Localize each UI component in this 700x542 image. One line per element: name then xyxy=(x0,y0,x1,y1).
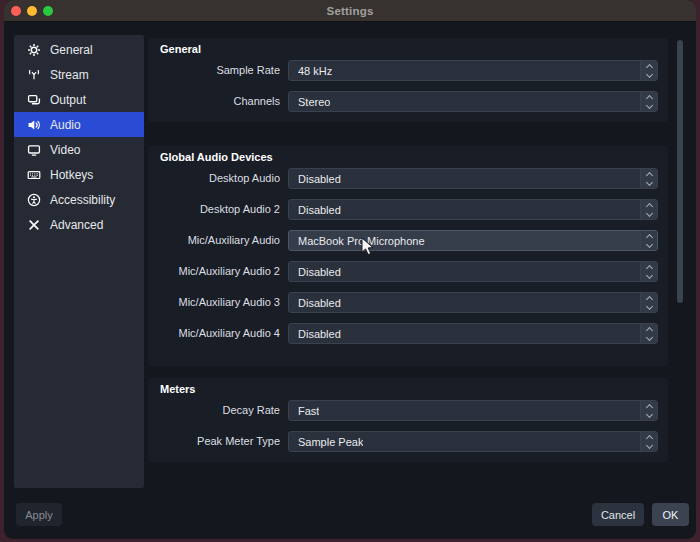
stepper[interactable] xyxy=(640,293,657,312)
gear-icon xyxy=(27,43,41,57)
keyboard-icon xyxy=(27,168,41,182)
sidebar-item-label: Audio xyxy=(50,118,81,132)
decay-rate-select[interactable]: Fast xyxy=(288,400,658,421)
setting-row: Peak Meter Type Sample Peak xyxy=(148,431,668,452)
stepper[interactable] xyxy=(640,169,657,188)
sidebar-item-video[interactable]: Video xyxy=(14,137,144,162)
chevron-down-icon xyxy=(645,240,652,247)
setting-row: Channels Stereo xyxy=(148,91,668,112)
settings-sidebar: General Stream Output Audio Video xyxy=(14,35,144,488)
speaker-icon xyxy=(27,118,41,132)
selected-value: Disabled xyxy=(289,204,341,216)
sidebar-item-label: Hotkeys xyxy=(50,168,93,182)
selected-value: Disabled xyxy=(289,173,341,185)
chevron-down-icon xyxy=(645,333,652,340)
stepper[interactable] xyxy=(640,262,657,281)
setting-row: Mic/Auxiliary Audio 2 Disabled xyxy=(148,261,668,282)
stepper[interactable] xyxy=(640,61,657,80)
tools-icon xyxy=(27,218,41,232)
stepper[interactable] xyxy=(640,92,657,111)
chevron-down-icon xyxy=(645,101,652,108)
selected-value: Fast xyxy=(289,405,319,417)
output-icon xyxy=(27,93,41,107)
sidebar-item-label: Advanced xyxy=(50,218,103,232)
setting-row: Mic/Auxiliary Audio 4 Disabled xyxy=(148,323,668,344)
ok-button[interactable]: OK xyxy=(652,503,689,526)
section-global-audio-devices: Global Audio Devices Desktop Audio Disab… xyxy=(148,146,668,366)
channels-select[interactable]: Stereo xyxy=(288,91,658,112)
mic-auxiliary-audio-3-select[interactable]: Disabled xyxy=(288,292,658,313)
selected-value: MacBook Pro Microphone xyxy=(289,235,425,247)
broadcast-icon xyxy=(27,68,41,82)
setting-label: Desktop Audio 2 xyxy=(148,199,280,220)
sidebar-item-label: Accessibility xyxy=(50,193,115,207)
section-meters: Meters Decay Rate Fast Peak Meter Type S… xyxy=(148,378,668,462)
setting-row: Mic/Auxiliary Audio 3 Disabled xyxy=(148,292,668,313)
stepper[interactable] xyxy=(640,432,657,451)
sidebar-item-accessibility[interactable]: Accessibility xyxy=(14,187,144,212)
setting-label: Sample Rate xyxy=(148,60,280,81)
close-window-button[interactable] xyxy=(11,6,21,16)
sidebar-item-advanced[interactable]: Advanced xyxy=(14,212,144,237)
mic-auxiliary-audio-4-select[interactable]: Disabled xyxy=(288,323,658,344)
chevron-down-icon xyxy=(645,209,652,216)
selected-value: Sample Peak xyxy=(289,436,363,448)
section-title: Global Audio Devices xyxy=(160,151,273,163)
selected-value: 48 kHz xyxy=(289,65,332,77)
chevron-down-icon xyxy=(645,271,652,278)
traffic-lights xyxy=(11,6,53,16)
stepper[interactable] xyxy=(640,401,657,420)
section-title: General xyxy=(160,43,201,55)
cancel-button[interactable]: Cancel xyxy=(592,503,644,526)
mic-auxiliary-audio-select[interactable]: MacBook Pro Microphone xyxy=(288,230,658,251)
setting-row: Desktop Audio 2 Disabled xyxy=(148,199,668,220)
sidebar-item-label: Output xyxy=(50,93,86,107)
setting-label: Channels xyxy=(148,91,280,112)
settings-window: Settings General Stream Output Audio xyxy=(4,0,696,539)
setting-label: Mic/Auxiliary Audio 4 xyxy=(148,323,280,344)
selected-value: Stereo xyxy=(289,96,330,108)
peak-meter-type-select[interactable]: Sample Peak xyxy=(288,431,658,452)
setting-label: Decay Rate xyxy=(148,400,280,421)
sample-rate-select[interactable]: 48 kHz xyxy=(288,60,658,81)
scrollbar-thumb[interactable] xyxy=(677,40,683,303)
sidebar-item-label: Stream xyxy=(50,68,89,82)
chevron-down-icon xyxy=(645,302,652,309)
sidebar-item-label: General xyxy=(50,43,93,57)
sidebar-item-stream[interactable]: Stream xyxy=(14,62,144,87)
setting-label: Peak Meter Type xyxy=(148,431,280,452)
desktop-audio-2-select[interactable]: Disabled xyxy=(288,199,658,220)
window-title: Settings xyxy=(327,5,374,17)
chevron-down-icon xyxy=(645,178,652,185)
setting-row: Desktop Audio Disabled xyxy=(148,168,668,189)
section-title: Meters xyxy=(160,383,195,395)
minimize-window-button[interactable] xyxy=(27,6,37,16)
chevron-down-icon xyxy=(645,410,652,417)
setting-row: Mic/Auxiliary Audio MacBook Pro Micropho… xyxy=(148,230,668,251)
titlebar[interactable]: Settings xyxy=(4,0,696,22)
sidebar-item-general[interactable]: General xyxy=(14,37,144,62)
setting-label: Mic/Auxiliary Audio 2 xyxy=(148,261,280,282)
chevron-down-icon xyxy=(645,441,652,448)
stepper[interactable] xyxy=(640,231,657,250)
sidebar-item-hotkeys[interactable]: Hotkeys xyxy=(14,162,144,187)
desktop-audio-select[interactable]: Disabled xyxy=(288,168,658,189)
sidebar-item-output[interactable]: Output xyxy=(14,87,144,112)
selected-value: Disabled xyxy=(289,328,341,340)
zoom-window-button[interactable] xyxy=(43,6,53,16)
setting-label: Mic/Auxiliary Audio 3 xyxy=(148,292,280,313)
setting-label: Mic/Auxiliary Audio xyxy=(148,230,280,251)
setting-label: Desktop Audio xyxy=(148,168,280,189)
selected-value: Disabled xyxy=(289,297,341,309)
chevron-down-icon xyxy=(645,70,652,77)
setting-row: Sample Rate 48 kHz xyxy=(148,60,668,81)
apply-button[interactable]: Apply xyxy=(16,503,62,526)
stepper[interactable] xyxy=(640,200,657,219)
sidebar-item-audio[interactable]: Audio xyxy=(14,112,144,137)
sidebar-item-label: Video xyxy=(50,143,80,157)
stepper[interactable] xyxy=(640,324,657,343)
accessibility-icon xyxy=(27,193,41,207)
mic-auxiliary-audio-2-select[interactable]: Disabled xyxy=(288,261,658,282)
selected-value: Disabled xyxy=(289,266,341,278)
setting-row: Decay Rate Fast xyxy=(148,400,668,421)
